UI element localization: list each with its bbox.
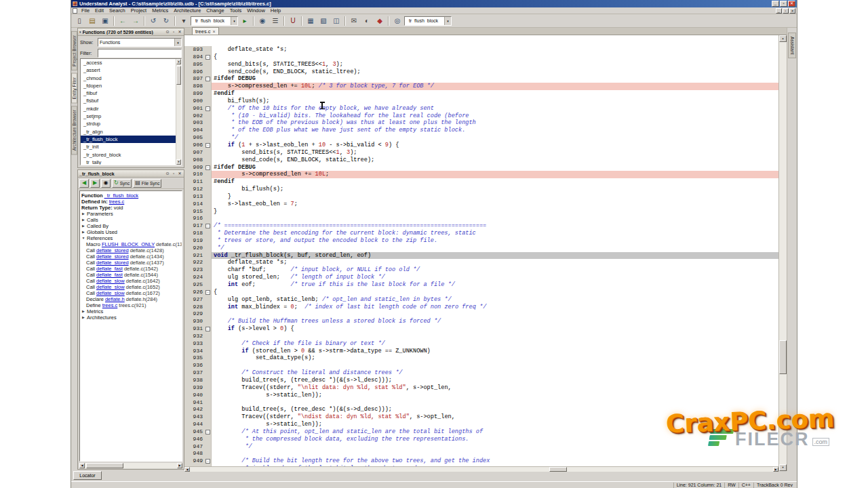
info-section-architectures[interactable]: ▶Architectures xyxy=(81,314,180,321)
line-number[interactable]: 903 xyxy=(184,119,205,127)
info-section-parameters[interactable]: ▶Parameters xyxy=(81,211,180,217)
mail-button[interactable]: ✉ xyxy=(348,16,360,26)
code-text[interactable]: /* Construct the literal and distance tr… xyxy=(212,369,778,377)
float-icon[interactable]: ▫ xyxy=(171,29,176,35)
chevron-down-icon[interactable]: ▾ xyxy=(444,17,451,25)
forward-button[interactable]: → xyxy=(130,16,142,26)
code-text[interactable]: /* Of the 10 bits for the empty block, w… xyxy=(212,105,778,113)
side-tab-project-browser[interactable]: Project Browser xyxy=(71,31,77,70)
back-button[interactable]: ← xyxy=(117,16,129,26)
code-text[interactable]: if (stored_len > 0 && s->strm->data_type… xyxy=(212,348,778,355)
scroll-up-icon[interactable]: ▲ xyxy=(176,59,181,64)
reference-entity-link[interactable]: deflate_stored xyxy=(96,253,129,260)
line-number[interactable]: 922 xyxy=(184,259,205,266)
line-number[interactable]: 929 xyxy=(184,310,205,318)
line-number[interactable]: 927 xyxy=(184,296,205,304)
undo-button[interactable]: ↺ xyxy=(147,16,159,26)
line-number[interactable]: 930 xyxy=(184,318,205,325)
line-number[interactable]: 943 xyxy=(184,413,205,421)
line-number[interactable]: 933 xyxy=(184,340,205,348)
redo-button[interactable]: ↻ xyxy=(160,16,172,26)
line-number[interactable]: 940 xyxy=(184,392,205,399)
menu-item-search[interactable]: Search xyxy=(106,7,128,14)
chevron-right-icon[interactable]: ▶ xyxy=(81,229,85,235)
fold-collapse-icon[interactable]: - xyxy=(205,77,210,81)
line-number[interactable]: 909 xyxy=(184,164,205,171)
code-text[interactable]: * the EOB of the previous block) was thu… xyxy=(212,119,778,127)
float-icon[interactable]: ▫ xyxy=(171,171,176,176)
fold-collapse-icon[interactable]: - xyxy=(205,290,210,295)
new-file-button[interactable]: ▯ xyxy=(73,16,85,26)
reference-entity-link[interactable]: trees.c xyxy=(102,302,118,308)
scroll-up-icon[interactable]: ▲ xyxy=(779,35,787,42)
line-number[interactable]: 895 xyxy=(184,61,205,68)
mdi-restore-button[interactable]: ▫ xyxy=(783,8,789,14)
code-text[interactable]: #endif xyxy=(212,90,778,98)
mdi-close-button[interactable]: ✕ xyxy=(789,8,795,14)
line-number[interactable]: 905 xyxy=(184,134,205,142)
menu-item-metrics[interactable]: Metrics xyxy=(149,7,171,14)
line-number[interactable]: 897 xyxy=(184,75,205,83)
chevron-right-icon[interactable]: ▶ xyxy=(81,211,85,217)
file-sync-toggle[interactable]: ▤File Sync xyxy=(133,179,161,188)
line-number[interactable]: 908 xyxy=(184,157,205,164)
line-number[interactable]: 936 xyxy=(184,362,205,369)
code-text[interactable]: deflate_state *s; xyxy=(212,259,778,266)
line-number[interactable]: 915 xyxy=(184,208,205,216)
function-name-link[interactable]: _tr_flush_block xyxy=(104,192,138,199)
cascade-windows-button[interactable]: ▧ xyxy=(317,16,330,26)
code-text[interactable]: int eof; /* true if this is the last blo… xyxy=(212,281,778,289)
reference-entity-link[interactable]: deflate_stored xyxy=(96,260,129,266)
code-text[interactable]: { xyxy=(212,289,778,296)
reference-entity-link[interactable]: deflate_stored xyxy=(96,247,129,253)
reference-item[interactable]: Declare deflate.h deflate.h(284) xyxy=(81,296,180,302)
panel-menu-icon[interactable]: ▾ xyxy=(79,30,81,34)
reference-item[interactable]: Call deflate_stored deflate.c(1428) xyxy=(81,247,180,253)
line-number[interactable]: 918 xyxy=(184,230,205,237)
line-number[interactable]: 928 xyxy=(184,304,205,311)
line-number[interactable]: 917 xyxy=(184,222,205,230)
code-text[interactable]: deflate_state *s; xyxy=(212,46,778,54)
code-text[interactable]: bi_flush(s); xyxy=(212,186,778,193)
function-list-item[interactable]: _chmod xyxy=(81,75,176,82)
reference-item[interactable]: Call deflate_slow deflate.c(1652) xyxy=(81,284,180,290)
line-number[interactable]: 937 xyxy=(184,369,205,377)
menu-item-project[interactable]: Project xyxy=(128,7,149,14)
chevron-right-icon[interactable]: ▶ xyxy=(81,314,85,321)
function-list-item[interactable]: _access xyxy=(81,59,176,66)
save-button[interactable]: ▣ xyxy=(99,16,111,26)
code-text[interactable]: s->static_len)); xyxy=(212,392,778,399)
code-text[interactable]: * (10 - bi_valid) bits. The lookahead fo… xyxy=(212,113,778,120)
editor-tab-trees-c[interactable]: trees.c × xyxy=(192,27,219,35)
visit-entity-button[interactable]: ▸ xyxy=(239,16,251,26)
reference-item[interactable]: Call deflate_stored deflate.c(1434) xyxy=(81,253,180,260)
reference-entity-link[interactable]: FLUSH_BLOCK_ONLY xyxy=(102,241,155,247)
code-text[interactable]: /* Build the Huffman trees unless a stor… xyxy=(212,318,778,325)
scrollbar-thumb[interactable] xyxy=(779,340,787,374)
function-list-item[interactable]: _flsbuf xyxy=(81,97,176,104)
tile-windows-button[interactable]: ▦ xyxy=(304,16,317,26)
info-section-globals-used[interactable]: ▶Globals Used xyxy=(81,229,180,235)
code-text[interactable]: s->compressed_len += 10L; /* 3 for block… xyxy=(212,83,778,90)
line-number[interactable]: 926 xyxy=(184,289,205,296)
code-text[interactable]: { xyxy=(212,54,778,61)
scroll-down-icon[interactable]: ▼ xyxy=(176,159,181,165)
entity-combo[interactable]: _tr_flush_block▾ xyxy=(191,16,238,26)
info-horizontal-scrollbar[interactable]: ◀ ▶ xyxy=(79,463,182,468)
locator-button[interactable]: Locator xyxy=(73,471,102,480)
menu-item-window[interactable]: Window xyxy=(244,7,268,14)
line-number[interactable]: 919 xyxy=(184,237,205,245)
info-forward-button[interactable]: ▶ xyxy=(90,179,100,188)
flag-button[interactable]: ◆ xyxy=(374,16,386,26)
chevron-right-icon[interactable]: ▶ xyxy=(81,217,85,223)
code-text[interactable]: #ifdef DEBUG xyxy=(212,75,778,83)
line-number[interactable]: 901 xyxy=(184,105,205,113)
fold-collapse-icon[interactable]: - xyxy=(205,430,210,434)
reference-entity-link[interactable]: deflate_slow xyxy=(96,290,125,296)
info-section-metrics[interactable]: ▶Metrics xyxy=(81,308,180,314)
filter-input[interactable] xyxy=(98,49,182,58)
line-number[interactable]: 932 xyxy=(184,333,205,340)
split-window-button[interactable]: ◫ xyxy=(330,16,342,26)
code-text[interactable]: s->compressed_len += 10L; xyxy=(212,171,778,178)
fold-collapse-icon[interactable]: - xyxy=(205,106,210,111)
